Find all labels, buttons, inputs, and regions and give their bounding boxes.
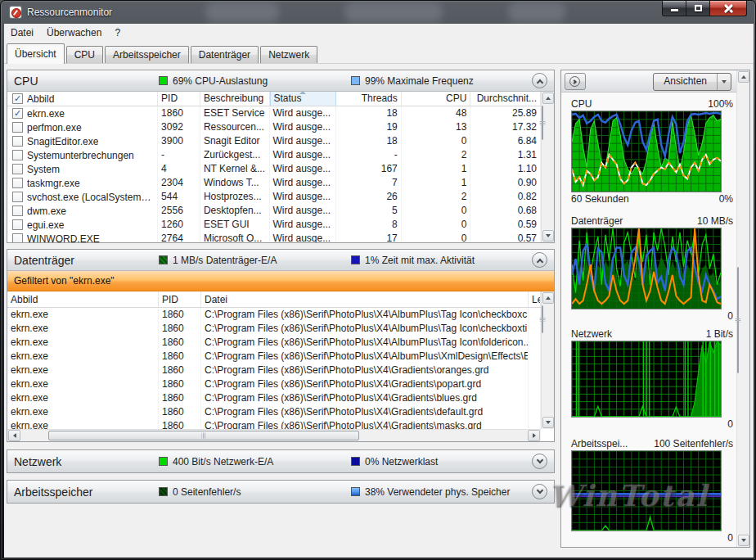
process-name-cell: ekrn.exe — [7, 377, 159, 391]
file-path-cell: C:\Program Files (x86)\Serif\PhotoPlus\X… — [201, 308, 529, 322]
select-all-checkbox[interactable]: ✓ — [12, 93, 23, 104]
process-checkbox[interactable] — [12, 122, 23, 133]
views-dropdown-arrow[interactable] — [717, 74, 731, 90]
process-checkbox[interactable] — [12, 219, 23, 230]
chevron-up-icon — [536, 79, 542, 86]
disk-section-header[interactable]: Datenträger 1 MB/s Datenträger-E/A 1% Ze… — [7, 250, 554, 271]
process-checkbox[interactable] — [12, 205, 23, 216]
status-cell: Wird ausge... — [270, 176, 337, 190]
column-header-durchschnitt[interactable]: Durchschnit... — [470, 92, 541, 106]
panel-vertical-scrollbar[interactable] — [736, 70, 749, 547]
tab-datentraeger[interactable]: Datenträger — [191, 46, 259, 63]
network-section-header[interactable]: Netzwerk 400 Bit/s Netzwerk-E/A 0% Netzw… — [7, 449, 555, 473]
disk-activity-row[interactable]: ekrn.exe1860C:\Program Files (x86)\Serif… — [7, 377, 541, 391]
column-header-abbild[interactable]: Abbild — [7, 291, 159, 307]
column-header-lesen[interactable]: Le — [529, 291, 541, 307]
process-checkbox[interactable] — [12, 150, 23, 160]
menu-datei[interactable]: Datei — [4, 25, 40, 41]
cpu-process-row[interactable]: perfmon.exe3092Ressourcen...Wird ausge..… — [7, 120, 541, 134]
column-header-threads[interactable]: Threads — [336, 92, 402, 106]
scroll-down-button[interactable] — [738, 535, 749, 546]
scroll-up-button[interactable] — [738, 71, 749, 83]
pid-cell: 1860 — [158, 106, 200, 120]
cpu-process-row[interactable]: Systemunterbrechungen-Zurückgest...Wird … — [7, 148, 541, 162]
cpu-process-row[interactable]: dwm.exe2556Desktopfen...Wird ausge...500… — [7, 204, 541, 218]
scroll-left-button[interactable] — [8, 430, 20, 441]
panel-collapse-button[interactable] — [565, 73, 586, 90]
disk-collapse-button[interactable] — [532, 252, 547, 268]
disk-table-body: ekrn.exe1860C:\Program Files (x86)\Serif… — [7, 308, 541, 429]
menu-help[interactable]: ? — [108, 25, 127, 41]
disk-activity-row[interactable]: ekrn.exe1860C:\Program Files (x86)\Serif… — [7, 322, 541, 336]
disk-activity-row[interactable]: ekrn.exe1860C:\Program Files (x86)\Serif… — [7, 350, 541, 364]
scrollbar-thumb[interactable] — [542, 106, 543, 140]
close-button[interactable] — [709, 1, 747, 16]
cpu-process-row[interactable]: SnagitEditor.exe3900Snagit EditorWird au… — [7, 134, 541, 148]
scrollbar-thumb[interactable] — [737, 267, 739, 373]
memory-section-header[interactable]: Arbeitsspeicher 0 Seitenfehler/s 38% Ver… — [7, 480, 555, 504]
cpu-process-row[interactable]: WINWORD.EXE2764Microsoft O...Wird ausge.… — [7, 232, 541, 242]
description-cell: Desktopfen... — [200, 204, 270, 218]
views-button-label[interactable]: Ansichten — [654, 74, 717, 90]
disk-activity-row[interactable]: ekrn.exe1860C:\Program Files (x86)\Serif… — [7, 336, 541, 350]
process-checkbox[interactable]: ✓ — [12, 108, 23, 119]
column-header-pid[interactable]: PID — [158, 92, 200, 106]
scroll-down-button[interactable] — [542, 417, 554, 428]
process-checkbox[interactable] — [12, 192, 23, 202]
app-icon — [9, 6, 22, 19]
process-checkbox[interactable] — [12, 136, 23, 147]
cpu-process-row[interactable]: taskmgr.exe2304Windows T...Wird ausge...… — [7, 176, 541, 190]
description-cell: Microsoft O... — [200, 232, 270, 242]
cpu-process-row[interactable]: egui.exe1260ESET GUIWird ausge...800.59 — [7, 218, 541, 232]
disk-activity-row[interactable]: ekrn.exe1860C:\Program Files (x86)\Serif… — [7, 308, 541, 322]
window-title: Ressourcenmonitor — [27, 7, 112, 18]
column-header-status[interactable]: Status — [270, 92, 337, 106]
cpu-section-header[interactable]: CPU 69% CPU-Auslastung 99% Maximale Freq… — [7, 70, 554, 92]
views-button[interactable]: Ansichten — [653, 73, 731, 91]
pid-cell: 2556 — [158, 204, 200, 218]
column-header-beschreibung[interactable]: Beschreibung — [200, 92, 270, 106]
restore-button[interactable] — [686, 1, 709, 16]
process-checkbox[interactable] — [12, 233, 23, 242]
titlebar[interactable]: Ressourcenmonitor — [1, 1, 755, 24]
process-name-cell: WINWORD.EXE — [7, 232, 158, 242]
tab-uebersicht[interactable]: Übersicht — [7, 43, 65, 64]
disk-activity-row[interactable]: ekrn.exe1860C:\Program Files (x86)\Serif… — [7, 364, 541, 377]
disk-activity-row[interactable]: ekrn.exe1860C:\Program Files (x86)\Serif… — [7, 391, 541, 405]
cpu-process-row[interactable]: System4NT Kernel &...Wird ausge...16711.… — [7, 162, 541, 176]
memory-expand-button[interactable] — [532, 484, 547, 499]
scrollbar-thumb[interactable] — [48, 431, 359, 440]
cpu-process-row[interactable]: ✓ekrn.exe1860ESET ServiceWird ausge...18… — [7, 106, 541, 120]
file-path-cell: C:\Program Files (x86)\Serif\PhotoPlus\X… — [201, 419, 529, 429]
tab-cpu[interactable]: CPU — [66, 46, 103, 63]
tab-arbeitsspeicher[interactable]: Arbeitsspeicher — [105, 46, 189, 63]
tab-bar: Übersicht CPU Arbeitsspeicher Datenträge… — [4, 42, 754, 64]
disk-horizontal-scrollbar[interactable] — [7, 429, 541, 441]
average-cpu-cell: 6.84 — [470, 134, 541, 148]
disk-vertical-scrollbar[interactable] — [541, 291, 554, 429]
scroll-up-button[interactable] — [542, 292, 554, 304]
scroll-right-button[interactable] — [528, 430, 540, 441]
column-header-cpu[interactable]: CPU — [402, 92, 471, 106]
scrollbar-thumb[interactable] — [542, 305, 543, 333]
column-header-datei[interactable]: Datei — [201, 291, 529, 307]
read-cell — [529, 419, 541, 429]
file-path-cell: C:\Program Files (x86)\Serif\PhotoPlus\X… — [201, 405, 529, 419]
menu-ueberwachen[interactable]: Überwachen — [40, 25, 108, 41]
column-header-abbild[interactable]: ✓ Abbild — [7, 92, 158, 106]
disk-activity-row[interactable]: ekrn.exe1860C:\Program Files (x86)\Serif… — [7, 405, 541, 419]
minimize-button[interactable] — [662, 1, 686, 16]
cpu-usage-key-label: 69% CPU-Auslastung — [173, 75, 268, 87]
cpu-process-row[interactable]: svchost.exe (LocalSystemNet...544Hostpro… — [7, 190, 541, 204]
cpu-vertical-scrollbar[interactable] — [541, 92, 554, 242]
disk-activity-key-icon — [351, 255, 360, 264]
cpu-collapse-button[interactable] — [532, 73, 547, 88]
process-checkbox[interactable] — [12, 178, 23, 188]
disk-activity-row[interactable]: ekrn.exe1860C:\Program Files (x86)\Serif… — [7, 419, 541, 429]
network-expand-button[interactable] — [532, 454, 547, 469]
tab-netzwerk[interactable]: Netzwerk — [260, 46, 317, 63]
scroll-down-button[interactable] — [542, 230, 554, 242]
scroll-up-button[interactable] — [542, 93, 554, 104]
process-checkbox[interactable] — [12, 164, 23, 174]
column-header-pid[interactable]: PID — [159, 291, 201, 307]
